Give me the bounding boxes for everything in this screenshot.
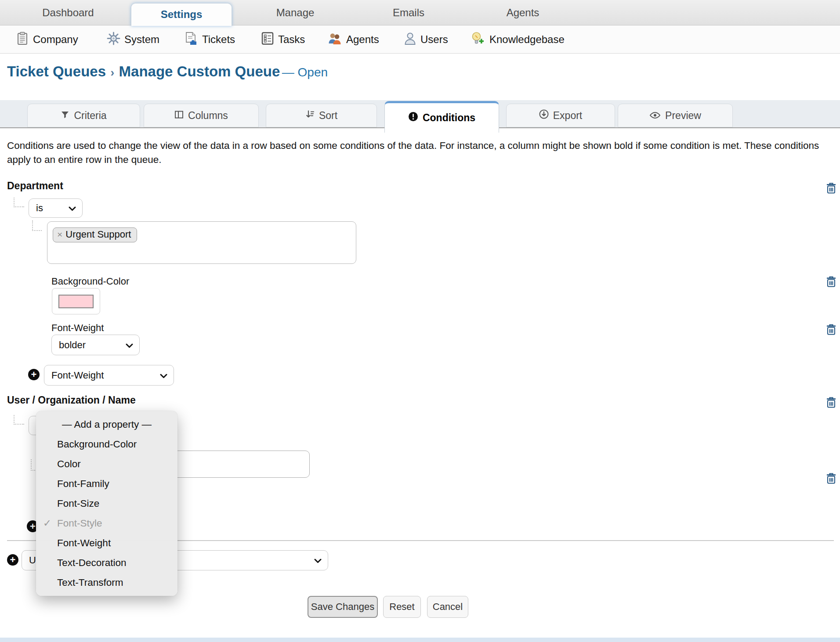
add-property-icon[interactable]: + [28,369,40,380]
topnav-agents[interactable]: Agents [492,0,554,25]
add-property-select-department[interactable]: Font-Weight [44,365,174,386]
menu-item-font-weight[interactable]: Font-Weight [36,533,177,553]
conditions-description: Conditions are used to change the view o… [7,139,835,167]
topnav-dashboard[interactable]: Dashboard [26,0,110,25]
menu-item-color[interactable]: Color [36,454,177,474]
subnav-company[interactable]: Company [17,25,78,54]
top-nav-bar: Dashboard Manage Emails Agents [0,0,840,25]
delete-property-icon[interactable] [826,472,836,485]
chevron-down-icon [126,339,133,351]
checkmark-icon: ✓ [43,513,51,533]
menu-item-font-size[interactable]: Font-Size [36,494,177,513]
delete-condition-icon[interactable] [826,397,836,409]
color-swatch-button[interactable] [52,288,100,314]
tab-export-label: Export [553,110,582,122]
topnav-manage[interactable]: Manage [258,0,332,25]
condition-title-department: Department [7,180,63,192]
subnav-agents-label: Agents [346,33,379,46]
tab-conditions[interactable]: Conditions [384,101,499,133]
menu-item-add-a-property[interactable]: — Add a property — [36,415,177,434]
subnav-tickets-label: Tickets [202,33,235,46]
topnav-settings-active-tab[interactable]: Settings [131,3,232,26]
chevron-down-icon [160,370,167,381]
sort-icon [305,110,315,122]
tab-columns-label: Columns [188,110,228,122]
title-dash: — [282,65,298,79]
tab-preview-label: Preview [665,110,701,122]
ticket-page-icon [185,32,198,48]
save-changes-button[interactable]: Save Changes [308,596,378,618]
reset-button[interactable]: Reset [383,596,421,618]
eye-icon [649,110,661,122]
delete-condition-icon[interactable] [826,182,836,195]
subnav-knowledgebase[interactable]: Knowledgebase [471,25,565,54]
font-weight-select-value: bolder [59,339,86,351]
subnav-users[interactable]: Users [404,25,448,54]
page-title: Manage Custom Queue [119,63,280,79]
tab-criteria[interactable]: Criteria [27,104,140,127]
subnav-system-label: System [124,33,159,46]
breadcrumb-ticket-queues[interactable]: Ticket Queues [7,63,106,79]
condition-title-user-org-name: User / Organization / Name [7,394,136,406]
menu-item-background-color[interactable]: Background-Color [36,434,177,454]
color-swatch [58,295,94,308]
tab-conditions-label: Conditions [423,112,475,124]
add-property-dropdown-menu: — Add a property — Background-Color Colo… [36,411,177,596]
department-value-box[interactable]: × Urgent Support [47,221,356,264]
tab-preview[interactable]: Preview [618,104,733,127]
add-condition-select-value: U [29,555,36,566]
add-property-select-value: Font-Weight [51,370,104,381]
subnav-tickets[interactable]: Tickets [185,25,235,54]
add-condition-icon[interactable]: + [7,554,18,566]
chip-label: Urgent Support [65,229,131,240]
operator-select[interactable]: is [29,198,83,218]
breadcrumb-separator-icon: › [108,66,117,79]
subnav-tasks-label: Tasks [278,33,305,46]
delete-property-icon[interactable] [826,276,836,288]
selected-value-chip: × Urgent Support [53,227,137,242]
subnav-knowledgebase-label: Knowledgebase [489,33,565,46]
topnav-emails[interactable]: Emails [378,0,439,25]
tab-columns[interactable]: Columns [144,104,259,127]
clipboard-icon [17,32,29,48]
menu-item-text-transform[interactable]: Text-Transform [36,573,177,592]
subnav-company-label: Company [33,33,78,46]
property-label-font-weight: Font-Weight [51,322,104,334]
subnav-system[interactable]: System [107,25,159,54]
chevron-down-icon [69,202,76,214]
user-icon [404,32,416,48]
settings-sub-nav: Company System Tickets Tasks Agents User… [0,25,840,54]
subnav-agents[interactable]: Agents [327,25,379,54]
operator-select-value: is [36,202,43,214]
font-weight-select[interactable]: bolder [51,335,140,355]
property-label-background-color: Background-Color [51,276,129,287]
columns-icon [174,110,184,122]
window-bottom-edge [0,638,840,642]
tab-sort-label: Sort [319,110,337,122]
tab-criteria-label: Criteria [74,110,106,122]
menu-item-font-family[interactable]: Font-Family [36,474,177,494]
remove-chip-icon[interactable]: × [57,229,62,240]
menu-item-font-style[interactable]: ✓ Font-Style [36,513,177,533]
delete-property-icon[interactable] [826,324,836,336]
tree-connector [14,415,24,425]
queue-status: Open [298,65,328,79]
tree-connector [14,198,24,207]
menu-item-font-style-label: Font-Style [57,518,102,529]
gear-icon [107,32,120,48]
breadcrumb: Ticket Queues › Manage Custom Queue — Op… [7,63,328,80]
cancel-button[interactable]: Cancel [427,596,468,618]
download-circle-icon [539,109,549,122]
chevron-down-icon [314,555,322,566]
subnav-tasks[interactable]: Tasks [261,25,305,54]
tab-export[interactable]: Export [506,104,615,127]
menu-item-text-decoration[interactable]: Text-Decoration [36,553,177,573]
agents-people-icon [327,32,342,48]
task-list-icon [261,32,274,48]
tab-sort[interactable]: Sort [266,104,377,127]
exclamation-circle-icon [408,112,418,124]
subnav-users-label: Users [420,33,448,46]
tree-connector [32,220,42,231]
lightbulb-plus-icon [471,32,485,48]
filter-icon [61,110,69,122]
